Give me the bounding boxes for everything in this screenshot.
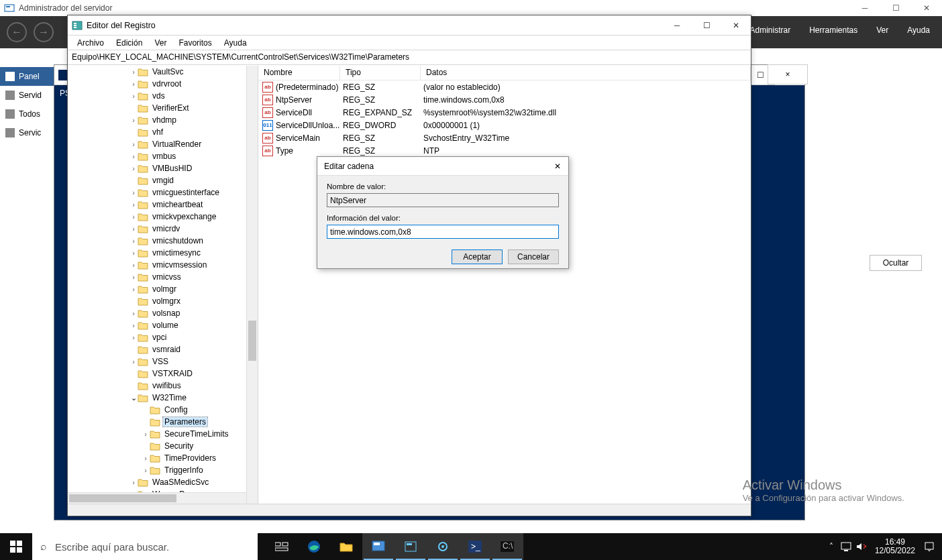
panel-close[interactable]: × <box>768 64 808 85</box>
reg-minimize[interactable]: ─ <box>662 15 692 36</box>
expand-icon[interactable]: › <box>129 357 138 366</box>
tree-node-parameters[interactable]: Parameters <box>68 416 258 428</box>
expand-icon[interactable]: › <box>129 237 138 245</box>
tree-node-vdrvroot[interactable]: ›vdrvroot <box>68 78 258 90</box>
expand-icon[interactable]: › <box>129 273 138 281</box>
expand-icon[interactable]: › <box>129 68 138 76</box>
network-icon[interactable] <box>839 542 853 551</box>
tree-node-vmbushid[interactable]: ›VMBusHID <box>68 162 258 174</box>
value-name-field[interactable] <box>327 193 559 207</box>
value-row[interactable]: 011ServiceDllUnloa...REG_DWORD0x00000001… <box>258 119 751 131</box>
expand-icon[interactable]: › <box>129 285 138 293</box>
menu-ver-reg[interactable]: Ver <box>149 37 172 49</box>
menu-ayuda[interactable]: Ayuda <box>907 25 930 35</box>
expand-icon[interactable]: › <box>129 188 138 197</box>
tree-node-waasmedicsvc[interactable]: ›WaaSMedicSvc <box>68 476 258 488</box>
expand-icon[interactable]: › <box>142 454 150 462</box>
tb-serverman[interactable] <box>362 533 395 560</box>
menu-ver[interactable]: Ver <box>876 25 888 35</box>
tree-node-volmgr[interactable]: ›volmgr <box>68 283 258 295</box>
tree-node-verifierext[interactable]: VerifierExt <box>68 102 258 114</box>
close-button[interactable]: ✕ <box>911 0 942 16</box>
tree-node-vmicvss[interactable]: ›vmicvss <box>68 271 258 283</box>
menu-edicion[interactable]: Edición <box>111 37 148 49</box>
menu-ayuda-reg[interactable]: Ayuda <box>219 37 252 49</box>
tb-serverman2[interactable] <box>395 533 427 560</box>
expand-icon[interactable]: › <box>129 201 138 209</box>
nav-todos[interactable]: Todos <box>0 105 54 123</box>
tree-node-vhdmp[interactable]: ›vhdmp <box>68 114 258 126</box>
nav-servidor[interactable]: Servid <box>0 86 54 105</box>
dialog-close[interactable]: ✕ <box>551 160 564 173</box>
tree-node-vstxraid[interactable]: VSTXRAID <box>68 368 258 380</box>
menu-archivo[interactable]: Archivo <box>72 37 109 49</box>
expand-icon[interactable]: › <box>129 92 138 100</box>
tray-up-icon[interactable]: ˄ <box>824 542 839 551</box>
value-row[interactable]: ab(Predeterminado)REG_SZ(valor no establ… <box>258 80 751 93</box>
expand-icon[interactable]: › <box>129 321 138 329</box>
expand-icon[interactable]: › <box>129 249 138 257</box>
expand-icon[interactable]: › <box>129 225 138 233</box>
start-button[interactable] <box>0 533 32 560</box>
maximize-button[interactable]: ☐ <box>880 0 911 16</box>
regedit-path[interactable]: Equipo\HKEY_LOCAL_MACHINE\SYSTEM\Current… <box>68 50 751 65</box>
expand-icon[interactable]: › <box>142 466 150 474</box>
expand-icon[interactable]: › <box>129 478 138 486</box>
menu-favoritos[interactable]: Favoritos <box>173 37 217 49</box>
tree-node-triggerinfo[interactable]: ›TriggerInfo <box>68 464 258 476</box>
ocultar-button[interactable]: Ocultar <box>870 255 922 271</box>
tree-node-config[interactable]: Config <box>68 404 258 416</box>
reg-close[interactable]: ✕ <box>721 15 751 36</box>
tree-node-vmgid[interactable]: vmgid <box>68 174 258 186</box>
tree-node-securetimelimits[interactable]: ›SecureTimeLimits <box>68 428 258 440</box>
nav-panel[interactable]: Panel <box>0 67 54 86</box>
expand-icon[interactable]: › <box>129 261 138 269</box>
tb-edge[interactable] <box>298 533 330 560</box>
tree-node-vwifibus[interactable]: vwifibus <box>68 380 258 392</box>
back-button[interactable]: ← <box>7 22 27 42</box>
minimize-button[interactable]: ─ <box>849 0 880 16</box>
tree-vscroll[interactable] <box>246 66 258 504</box>
tree-node-vmickvpexchange[interactable]: ›vmickvpexchange <box>68 211 258 223</box>
tb-explorer[interactable] <box>330 533 362 560</box>
tree-node-security[interactable]: Security <box>68 440 258 452</box>
expand-icon[interactable]: › <box>129 164 138 172</box>
tree-node-w32time[interactable]: ⌄W32Time <box>68 392 258 404</box>
reg-maximize[interactable]: ☐ <box>692 15 721 36</box>
tb-powershell[interactable]: >_ <box>459 533 491 560</box>
value-row[interactable]: abServiceMainREG_SZSvchostEntry_W32Time <box>258 131 751 144</box>
menu-administrar[interactable]: Administrar <box>749 25 790 35</box>
tree-node-vmictimesync[interactable]: ›vmictimesync <box>68 247 258 259</box>
tree-node-vhf[interactable]: vhf <box>68 126 258 138</box>
forward-button[interactable]: → <box>34 22 54 42</box>
task-view-button[interactable] <box>266 533 298 560</box>
dialog-title[interactable]: Editar cadena <box>317 157 568 176</box>
tray-clock[interactable]: 16:49 12/05/2022 <box>868 538 922 555</box>
tree-vscroll-thumb[interactable] <box>248 321 256 361</box>
tree-node-volmgrx[interactable]: volmgrx <box>68 295 258 307</box>
notifications-icon[interactable] <box>922 541 937 552</box>
expand-icon[interactable]: › <box>129 309 138 317</box>
expand-icon[interactable]: ⌄ <box>129 394 138 402</box>
tree-node-vsmraid[interactable]: vsmraid <box>68 343 258 355</box>
regedit-tree[interactable]: ›VaultSvc›vdrvroot›vdsVerifierExt›vhdmpv… <box>68 66 258 504</box>
regedit-titlebar[interactable]: Editor del Registro ─ ☐ ✕ <box>68 15 751 36</box>
regedit-values[interactable]: Nombre Tipo Datos ab(Predeterminado)REG_… <box>258 66 751 504</box>
col-tipo[interactable]: Tipo <box>340 66 421 80</box>
tree-node-volume[interactable]: ›volume <box>68 319 258 331</box>
expand-icon[interactable]: › <box>129 213 138 221</box>
col-nombre[interactable]: Nombre <box>258 66 340 80</box>
tb-cmd[interactable]: C:\ <box>491 533 523 560</box>
value-row[interactable]: abServiceDllREG_EXPAND_SZ%systemroot%\sy… <box>258 106 751 119</box>
expand-icon[interactable]: › <box>129 152 138 160</box>
nav-servicios[interactable]: Servic <box>0 123 54 142</box>
menu-herramientas[interactable]: Herramientas <box>809 25 857 35</box>
tree-node-vmicguestinterface[interactable]: ›vmicguestinterface <box>68 186 258 199</box>
expand-icon[interactable]: › <box>129 116 138 124</box>
expand-icon[interactable]: › <box>129 80 138 88</box>
tree-hscroll[interactable] <box>68 492 246 504</box>
tree-node-vmicrdv[interactable]: ›vmicrdv <box>68 223 258 235</box>
value-row[interactable]: abNtpServerREG_SZtime.windows.com,0x8 <box>258 93 751 106</box>
tree-node-vmicheartbeat[interactable]: ›vmicheartbeat <box>68 199 258 211</box>
expand-icon[interactable]: › <box>129 333 138 341</box>
